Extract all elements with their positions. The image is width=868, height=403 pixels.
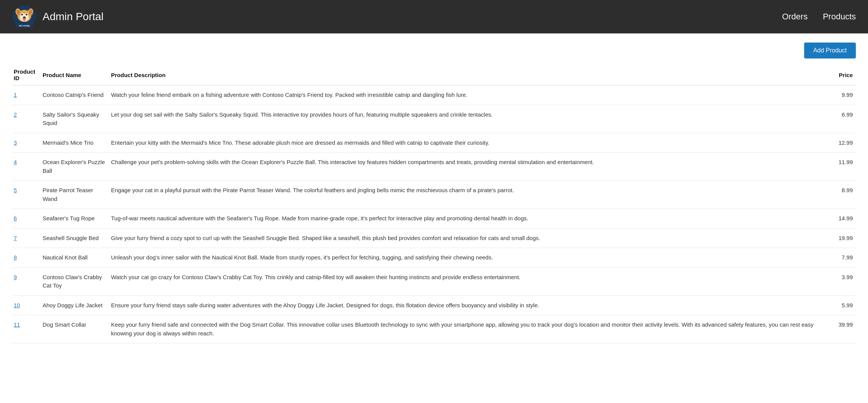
svg-point-13 bbox=[23, 17, 26, 19]
table-body: 1Contoso Catnip's FriendWatch your felin… bbox=[12, 85, 856, 343]
cell-product-price: 7.99 bbox=[825, 248, 856, 268]
cell-product-id: 2 bbox=[12, 105, 43, 133]
cell-product-id: 5 bbox=[12, 181, 43, 209]
table-row: 2Salty Sailor's Squeaky SquidLet your do… bbox=[12, 105, 856, 133]
table-row: 10Ahoy Doggy Life JacketEnsure your furr… bbox=[12, 296, 856, 315]
table-row: 5Pirate Parrot Teaser WandEngage your ca… bbox=[12, 181, 856, 209]
svg-text:PET STORE: PET STORE bbox=[19, 25, 30, 27]
cell-product-name: Contoso Claw's Crabby Cat Toy bbox=[43, 267, 111, 296]
product-id-link[interactable]: 11 bbox=[14, 321, 20, 328]
products-table: Product ID Product Name Product Descript… bbox=[12, 65, 856, 343]
cell-product-name: Ahoy Doggy Life Jacket bbox=[43, 296, 111, 315]
cell-product-name: Seafarer's Tug Rope bbox=[43, 209, 111, 229]
add-product-button[interactable]: Add Product bbox=[804, 43, 856, 58]
cell-product-name: Nautical Knot Ball bbox=[43, 248, 111, 268]
cell-product-price: 12.99 bbox=[825, 133, 856, 153]
cell-product-id: 7 bbox=[12, 228, 43, 248]
cell-product-description: Keep your furry friend safe and connecte… bbox=[111, 315, 825, 343]
cell-product-price: 8.99 bbox=[825, 181, 856, 209]
cell-product-name: Contoso Catnip's Friend bbox=[43, 85, 111, 105]
cell-product-id: 4 bbox=[12, 153, 43, 181]
table-row: 4Ocean Explorer's Puzzle BallChallenge y… bbox=[12, 153, 856, 181]
svg-point-10 bbox=[26, 14, 28, 16]
nav-products[interactable]: Products bbox=[823, 12, 856, 22]
cell-product-id: 6 bbox=[12, 209, 43, 229]
cell-product-price: 39.99 bbox=[825, 315, 856, 343]
svg-point-14 bbox=[23, 19, 25, 21]
table-row: 1Contoso Catnip's FriendWatch your felin… bbox=[12, 85, 856, 105]
main-content: Add Product Product ID Product Name Prod… bbox=[0, 33, 868, 403]
cell-product-price: 3.99 bbox=[825, 267, 856, 296]
table-header: Product ID Product Name Product Descript… bbox=[12, 65, 856, 85]
product-id-link[interactable]: 7 bbox=[14, 235, 17, 241]
logo: PET STORE bbox=[12, 5, 36, 29]
col-header-description: Product Description bbox=[111, 65, 825, 85]
table-row: 11Dog Smart CollarKeep your furry friend… bbox=[12, 315, 856, 343]
cell-product-description: Engage your cat in a playful pursuit wit… bbox=[111, 181, 825, 209]
cell-product-price: 14.99 bbox=[825, 209, 856, 229]
cell-product-name: Ocean Explorer's Puzzle Ball bbox=[43, 153, 111, 181]
product-id-link[interactable]: 6 bbox=[14, 215, 17, 221]
cell-product-description: Challenge your pet's problem-solving ski… bbox=[111, 153, 825, 181]
product-id-link[interactable]: 10 bbox=[14, 302, 20, 308]
cell-product-name: Pirate Parrot Teaser Wand bbox=[43, 181, 111, 209]
cell-product-price: 11.99 bbox=[825, 153, 856, 181]
svg-point-9 bbox=[21, 14, 23, 16]
nav-orders[interactable]: Orders bbox=[782, 12, 808, 22]
cell-product-price: 6.99 bbox=[825, 105, 856, 133]
col-header-price: Price bbox=[825, 65, 856, 85]
cell-product-description: Give your furry friend a cozy spot to cu… bbox=[111, 228, 825, 248]
table-row: 9Contoso Claw's Crabby Cat ToyWatch your… bbox=[12, 267, 856, 296]
table-row: 3Mermaid's Mice TrioEntertain your kitty… bbox=[12, 133, 856, 153]
cell-product-price: 9.99 bbox=[825, 85, 856, 105]
cell-product-description: Ensure your furry friend stays safe duri… bbox=[111, 296, 825, 315]
cell-product-id: 11 bbox=[12, 315, 43, 343]
svg-point-12 bbox=[27, 14, 27, 14]
cell-product-id: 10 bbox=[12, 296, 43, 315]
table-row: 7Seashell Snuggle BedGive your furry fri… bbox=[12, 228, 856, 248]
cell-product-description: Entertain your kitty with the Mermaid's … bbox=[111, 133, 825, 153]
cell-product-description: Watch your feline friend embark on a fis… bbox=[111, 85, 825, 105]
cell-product-name: Mermaid's Mice Trio bbox=[43, 133, 111, 153]
app-title: Admin Portal bbox=[43, 11, 103, 23]
product-id-link[interactable]: 9 bbox=[14, 274, 17, 280]
product-id-link[interactable]: 4 bbox=[14, 159, 17, 165]
svg-rect-15 bbox=[20, 22, 29, 24]
cell-product-description: Watch your cat go crazy for Contoso Claw… bbox=[111, 267, 825, 296]
product-id-link[interactable]: 5 bbox=[14, 187, 17, 193]
col-header-name: Product Name bbox=[43, 65, 111, 85]
product-id-link[interactable]: 2 bbox=[14, 111, 17, 118]
cell-product-name: Seashell Snuggle Bed bbox=[43, 228, 111, 248]
cell-product-id: 1 bbox=[12, 85, 43, 105]
header-left: PET STORE Admin Portal bbox=[12, 5, 103, 29]
toolbar: Add Product bbox=[12, 43, 856, 58]
table-row: 8Nautical Knot BallUnleash your dog's in… bbox=[12, 248, 856, 268]
cell-product-id: 9 bbox=[12, 267, 43, 296]
table-row: 6Seafarer's Tug RopeTug-of-war meets nau… bbox=[12, 209, 856, 229]
product-id-link[interactable]: 3 bbox=[14, 139, 17, 146]
cell-product-name: Dog Smart Collar bbox=[43, 315, 111, 343]
app-header: PET STORE Admin Portal Orders Products bbox=[0, 0, 868, 33]
cell-product-description: Unleash your dog's inner sailor with the… bbox=[111, 248, 825, 268]
product-id-link[interactable]: 1 bbox=[14, 92, 17, 98]
col-header-id: Product ID bbox=[12, 65, 43, 85]
table-header-row: Product ID Product Name Product Descript… bbox=[12, 65, 856, 85]
cell-product-description: Tug-of-war meets nautical adventure with… bbox=[111, 209, 825, 229]
main-nav: Orders Products bbox=[782, 12, 856, 22]
product-id-link[interactable]: 8 bbox=[14, 254, 17, 261]
cell-product-price: 19.99 bbox=[825, 228, 856, 248]
cell-product-description: Let your dog set sail with the Salty Sai… bbox=[111, 105, 825, 133]
cell-product-price: 5.99 bbox=[825, 296, 856, 315]
cell-product-name: Salty Sailor's Squeaky Squid bbox=[43, 105, 111, 133]
cell-product-id: 3 bbox=[12, 133, 43, 153]
svg-point-11 bbox=[22, 14, 23, 14]
cell-product-id: 8 bbox=[12, 248, 43, 268]
